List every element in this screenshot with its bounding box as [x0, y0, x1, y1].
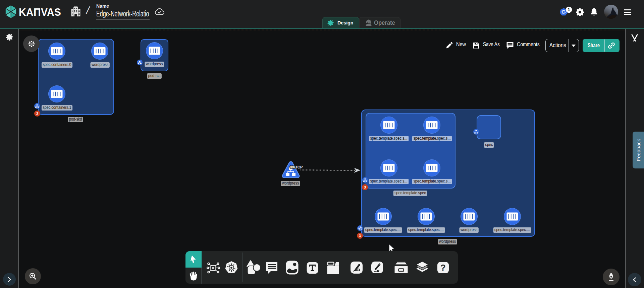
svg-text:80/TCP: 80/TCP — [290, 165, 303, 169]
svg-text:?: ? — [440, 263, 446, 273]
svg-text:1: 1 — [568, 7, 570, 12]
